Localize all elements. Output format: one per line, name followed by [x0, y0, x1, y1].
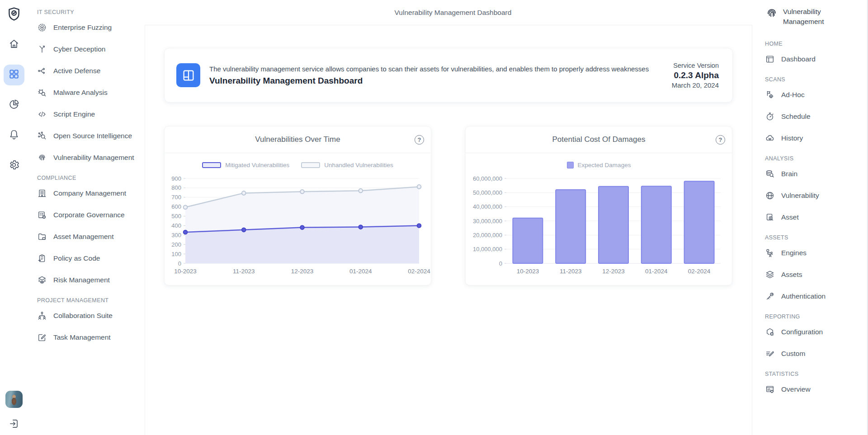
rail-analytics-button[interactable] [4, 95, 24, 116]
pie-icon [8, 98, 20, 112]
user-avatar[interactable] [5, 391, 23, 408]
sidebar-item-policy-as-code[interactable]: Policy as Code [37, 248, 140, 269]
nav-item-configuration[interactable]: Configuration [765, 321, 865, 343]
sidebar-item-active-defense[interactable]: Active Defense [37, 60, 140, 82]
section-label: REPORTING [765, 313, 865, 320]
svg-text:50,000,000: 50,000,000 [473, 189, 502, 196]
svg-text:10,000,000: 10,000,000 [473, 246, 502, 253]
shield-logo-icon[interactable] [6, 6, 22, 22]
nav-item-overview[interactable]: Overview [765, 379, 865, 400]
sidebar-item-corporate-governance[interactable]: Corporate Governance [37, 204, 140, 226]
item-label: Risk Management [53, 276, 110, 284]
legend-item-mitigated-vulnerabilities[interactable]: Mitigated Vulnerabilities [202, 162, 289, 168]
sidebar-item-malware-analysis[interactable]: Malware Analysis [37, 82, 140, 103]
svg-text:11-2023: 11-2023 [560, 268, 582, 275]
service-brand-name: Vulnerability Management [783, 6, 833, 26]
nav-item-vulnerability[interactable]: Vulnerability [765, 185, 865, 206]
sidebar-item-vulnerability-management[interactable]: Vulnerability Management [37, 147, 140, 168]
sidebar-item-enterprise-fuzzing[interactable]: Enterprise Fuzzing [37, 17, 140, 38]
nav-section-analysis: ANALYSISBrainVulnerabilityAsset [765, 155, 865, 228]
list-gear-icon [37, 210, 47, 220]
legend-swatch [202, 162, 221, 168]
sidebar-item-company-management[interactable]: Company Management [37, 182, 140, 204]
item-label: Ad-Hoc [781, 91, 805, 99]
section-label: HOME [765, 41, 865, 47]
logout-icon[interactable] [8, 418, 20, 430]
help-icon[interactable]: ? [716, 135, 725, 145]
nav-section-scans: SCANSAd-HocScheduleHistory [765, 76, 865, 149]
nav-item-custom[interactable]: Custom [765, 343, 865, 365]
item-label: Open Source Intelligence [53, 132, 132, 140]
svg-text:0: 0 [178, 260, 181, 267]
potential-cost-of-damages-card: Potential Cost Of Damages?Expected Damag… [465, 126, 732, 285]
rail-settings-button[interactable] [4, 155, 24, 176]
globe-icon [765, 191, 775, 201]
svg-text:100: 100 [171, 251, 181, 257]
item-label: Custom [781, 350, 805, 358]
item-label: Task Management [53, 333, 111, 341]
legend-label: Mitigated Vulnerabilities [225, 162, 289, 168]
cloud-history-icon [765, 133, 775, 143]
stopwatch-icon [765, 112, 775, 122]
sidebar-item-collaboration-suite[interactable]: Collaboration Suite [37, 305, 140, 327]
rail-apps-button[interactable] [4, 65, 24, 85]
fingerprint-icon [37, 153, 47, 163]
chart-header: Potential Cost Of Damages? [466, 126, 732, 153]
nav-item-ad-hoc[interactable]: Ad-Hoc [765, 84, 865, 106]
nav-item-engines[interactable]: Engines [765, 242, 865, 264]
service-header-text: The vulnerability management service all… [209, 65, 649, 86]
item-label: Dashboard [781, 55, 816, 63]
section-label: PROJECT MANAGEMENT [37, 297, 140, 304]
item-label: Company Management [53, 189, 126, 197]
svg-text:700: 700 [171, 194, 181, 201]
nav-item-schedule[interactable]: Schedule [765, 106, 865, 127]
help-icon[interactable]: ? [415, 135, 424, 145]
nav-section-statistics: STATISTICSOverview [765, 371, 865, 400]
svg-text:30,000,000: 30,000,000 [473, 218, 502, 225]
service-header-card: The vulnerability management service all… [164, 48, 733, 103]
nav-item-asset[interactable]: Asset [765, 206, 865, 228]
service-title: Vulnerability Management Dashboard [209, 76, 649, 86]
sidebar-item-risk-management[interactable]: Risk Management [37, 269, 140, 291]
nav-item-assets[interactable]: Assets [765, 264, 865, 285]
item-label: Brain [781, 170, 797, 178]
item-label: History [781, 134, 803, 142]
target-icon [37, 23, 47, 33]
sidebar-item-open-source-intelligence[interactable]: Open Source Intelligence [37, 125, 140, 147]
section-label: STATISTICS [765, 371, 865, 377]
section-label: ASSETS [765, 234, 865, 241]
svg-text:40,000,000: 40,000,000 [473, 203, 502, 210]
sidebar-item-task-management[interactable]: Task Management [37, 327, 140, 348]
legend-item-unhandled-vulnerabilities[interactable]: Unhandled Vulnerabilities [301, 162, 393, 168]
sidebar-item-script-engine[interactable]: Script Engine [37, 103, 140, 125]
svg-text:02-2024: 02-2024 [408, 268, 430, 275]
nav-section-home: HOMEDashboard [765, 41, 865, 70]
window-icon [765, 54, 775, 64]
item-label: Script Engine [53, 110, 95, 118]
service-description: The vulnerability management service all… [209, 65, 649, 73]
nav-item-brain[interactable]: Brain [765, 163, 865, 185]
doc-pen-icon [37, 332, 47, 342]
item-label: Policy as Code [53, 254, 100, 262]
item-label: Malware Analysis [53, 89, 108, 97]
legend-item-expected-damages[interactable]: Expected Damages [567, 162, 631, 168]
item-label: Collaboration Suite [53, 312, 113, 320]
svg-text:800: 800 [171, 184, 181, 191]
rail-notifications-button[interactable] [4, 125, 24, 146]
sidebar-section-it-security: IT SECURITYEnterprise FuzzingCyber Decep… [37, 9, 140, 168]
chart-title: Vulnerabilities Over Time [255, 135, 340, 144]
svg-text:400: 400 [171, 222, 181, 229]
nav-item-dashboard[interactable]: Dashboard [765, 48, 865, 70]
home-icon [8, 38, 20, 51]
rail-bottom [5, 391, 23, 430]
nav-item-history[interactable]: History [765, 127, 865, 149]
page-title: Vulnerability Management Dashboard [395, 9, 512, 17]
clipboard-icon [37, 253, 47, 263]
legend-swatch [301, 162, 320, 168]
nav-item-authentication[interactable]: Authentication [765, 285, 865, 307]
dashboard-tile-icon [176, 63, 200, 87]
sidebar-item-asset-management[interactable]: Asset Management [37, 226, 140, 248]
sidebar-item-cyber-deception[interactable]: Cyber Deception [37, 38, 140, 60]
rail-home-button[interactable] [4, 34, 24, 55]
chart-legend: Expected Damages [466, 160, 732, 169]
